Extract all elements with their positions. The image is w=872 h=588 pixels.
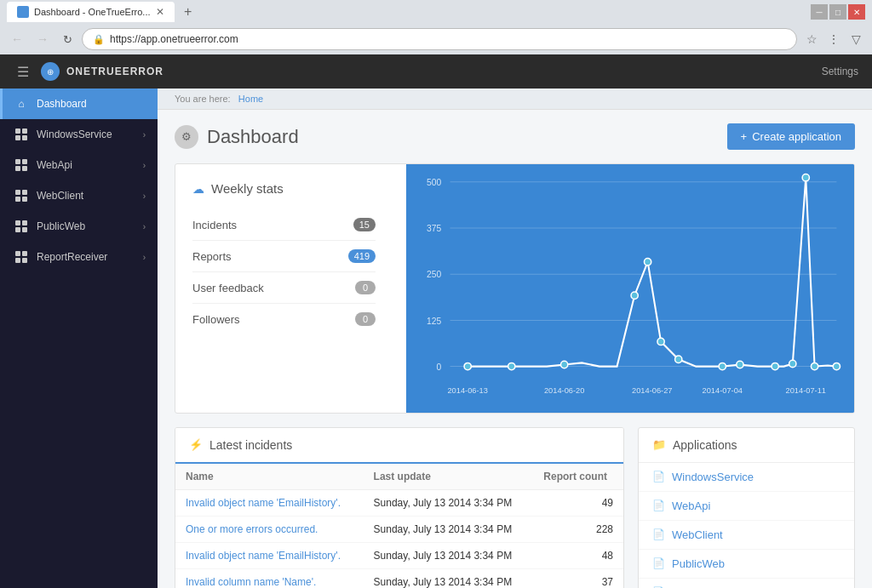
browser-controls: ← → ↻ 🔒 https://app.onetrueerror.com ☆ ⋮… <box>0 24 872 54</box>
tab-close-icon[interactable]: ✕ <box>156 6 164 18</box>
refresh-button[interactable]: ↻ <box>58 30 77 49</box>
app-file-icon: 📄 <box>652 500 665 511</box>
svg-point-20 <box>645 258 651 265</box>
application-list: 📄 WindowsService 📄 WebApi 📄 WebClient 📄 … <box>639 463 854 588</box>
browser-titlebar: Dashboard - OneTrueErro... ✕ + ─ □ ✕ <box>0 0 872 24</box>
browser-action-buttons: ☆ ⋮ ▽ <box>802 30 865 49</box>
sidebar-item-webapi[interactable]: WebApi › <box>0 150 158 180</box>
app-list-item[interactable]: 📄 WebApi <box>639 492 854 521</box>
app-list-label[interactable]: WindowsService <box>672 471 754 483</box>
incident-link[interactable]: Invalid object name 'EmailHistory'. <box>186 497 341 509</box>
table-row: Invalid object name 'EmailHistory'. Sund… <box>175 489 623 516</box>
app-file-icon: 📄 <box>652 528 665 540</box>
arrow-icon-reportreceiver: › <box>143 253 146 262</box>
menu-button[interactable]: ⋮ <box>824 30 843 49</box>
sidebar-item-webclient[interactable]: WebClient › <box>0 180 158 211</box>
svg-point-22 <box>675 356 682 363</box>
incident-link[interactable]: Invalid column name 'Name'. <box>186 576 316 588</box>
incident-link[interactable]: One or more errors occurred. <box>186 523 318 535</box>
create-application-button[interactable]: + Create application <box>727 123 855 150</box>
svg-text:250: 250 <box>427 270 441 279</box>
svg-point-17 <box>508 363 515 369</box>
minimize-button[interactable]: ─ <box>811 4 828 20</box>
new-tab-button[interactable]: + <box>178 2 198 22</box>
content-area: You are here: Home ⚙ Dashboard + Create … <box>158 88 872 588</box>
app-container: ☰ ⊕ ONETRUEERROR Settings ⌂ Dashboard <box>0 54 872 588</box>
applications-panel: 📁 Applications 📄 WindowsService 📄 WebApi… <box>638 427 855 588</box>
svg-point-18 <box>561 361 568 368</box>
breadcrumb-home[interactable]: Home <box>238 94 263 104</box>
followers-label: Followers <box>192 313 240 326</box>
incidents-table: Name Last update Report count Invalid ob… <box>175 464 623 588</box>
svg-text:2014-06-27: 2014-06-27 <box>632 386 672 395</box>
app-list-item[interactable]: 📄 PublicWeb <box>639 550 854 579</box>
svg-text:125: 125 <box>427 317 441 326</box>
svg-point-25 <box>772 363 778 369</box>
back-button[interactable]: ← <box>7 29 27 49</box>
col-header-reportcount: Report count <box>533 464 623 490</box>
reportreceiver-icon <box>14 250 28 264</box>
extensions-button[interactable]: ▽ <box>846 30 865 49</box>
svg-rect-0 <box>406 164 854 413</box>
svg-text:2014-07-04: 2014-07-04 <box>703 386 743 395</box>
stats-row-userfeedback: User feedback 0 <box>192 272 376 304</box>
browser-window: Dashboard - OneTrueErro... ✕ + ─ □ ✕ ← →… <box>0 0 872 588</box>
sidebar-label-publicweb: PublicWeb <box>37 220 143 232</box>
tab-label: Dashboard - OneTrueErro... <box>34 7 151 17</box>
incident-date-cell: Sunday, July 13 2014 3:34 PM <box>364 568 534 588</box>
logo-area: ☰ ⊕ ONETRUEERROR <box>14 60 164 83</box>
windowsservice-icon <box>14 128 28 141</box>
ssl-icon: 🔒 <box>93 34 105 45</box>
stats-row-followers: Followers 0 <box>192 304 376 334</box>
table-header-row: Name Last update Report count <box>175 464 623 490</box>
address-bar[interactable]: 🔒 https://app.onetrueerror.com <box>82 28 797 50</box>
dashboard-top-panel: ☁ Weekly stats Incidents 15 Reports 419 <box>175 163 855 414</box>
folder-icon: 📁 <box>652 438 666 451</box>
logo-icon: ⊕ <box>41 62 60 81</box>
app-list-item[interactable]: 📄 WebClient <box>639 521 854 550</box>
weekly-stats-panel: ☁ Weekly stats Incidents 15 Reports 419 <box>175 164 393 413</box>
svg-point-29 <box>833 363 840 369</box>
incidents-panel: ⚡ Latest incidents Name Last update Repo… <box>175 427 624 588</box>
app-file-icon: 📄 <box>652 471 665 482</box>
settings-link[interactable]: Settings <box>822 66 858 77</box>
chart-svg: 500 375 250 125 0 2014-06-13 2014-06-20 … <box>406 164 854 413</box>
svg-text:0: 0 <box>437 363 442 372</box>
dashboard-bottom-panel: ⚡ Latest incidents Name Last update Repo… <box>175 427 855 588</box>
sidebar-label-dashboard: Dashboard <box>37 98 146 110</box>
app-list-item[interactable]: 📄 WindowsService <box>639 463 854 492</box>
app-list-item[interactable]: 📄 ReportReceiver <box>639 579 854 588</box>
app-list-label[interactable]: WebApi <box>672 500 710 512</box>
browser-tab[interactable]: Dashboard - OneTrueErro... ✕ <box>7 2 175 22</box>
sidebar-item-windowsservice[interactable]: WindowsService › <box>0 119 158 150</box>
sidebar-item-reportreceiver[interactable]: ReportReceiver › <box>0 242 158 272</box>
tab-favicon <box>17 6 29 18</box>
close-button[interactable]: ✕ <box>848 4 865 20</box>
app-file-icon: 📄 <box>652 557 665 569</box>
hamburger-icon[interactable]: ☰ <box>14 60 32 83</box>
breadcrumb: You are here: Home <box>158 88 872 110</box>
sidebar-item-publicweb[interactable]: PublicWeb › <box>0 211 158 242</box>
incidents-label: Incidents <box>192 219 237 231</box>
weekly-stats-label: Weekly stats <box>211 181 284 196</box>
cloud-icon: ☁ <box>192 182 204 196</box>
forward-button[interactable]: → <box>32 29 53 49</box>
reports-label: Reports <box>192 250 232 263</box>
arrow-icon-windowsservice: › <box>143 130 146 140</box>
incident-link[interactable]: Invalid object name 'EmailHistory'. <box>186 550 341 562</box>
sidebar-item-dashboard[interactable]: ⌂ Dashboard <box>0 88 158 119</box>
app-topbar: ☰ ⊕ ONETRUEERROR Settings <box>0 54 872 88</box>
maximize-button[interactable]: □ <box>829 4 846 20</box>
app-list-label[interactable]: PublicWeb <box>672 557 725 570</box>
create-label: Create application <box>752 130 841 143</box>
applications-title: Applications <box>673 438 737 452</box>
incidents-header: ⚡ Latest incidents <box>175 428 623 464</box>
app-list-label[interactable]: WebClient <box>672 528 723 541</box>
star-button[interactable]: ☆ <box>802 30 821 49</box>
webclient-icon <box>14 189 28 203</box>
svg-point-26 <box>789 360 796 367</box>
followers-badge: 0 <box>355 312 376 326</box>
applications-header: 📁 Applications <box>639 428 854 463</box>
app-logo: ⊕ ONETRUEERROR <box>41 62 164 81</box>
window-controls: ─ □ ✕ <box>811 4 865 20</box>
